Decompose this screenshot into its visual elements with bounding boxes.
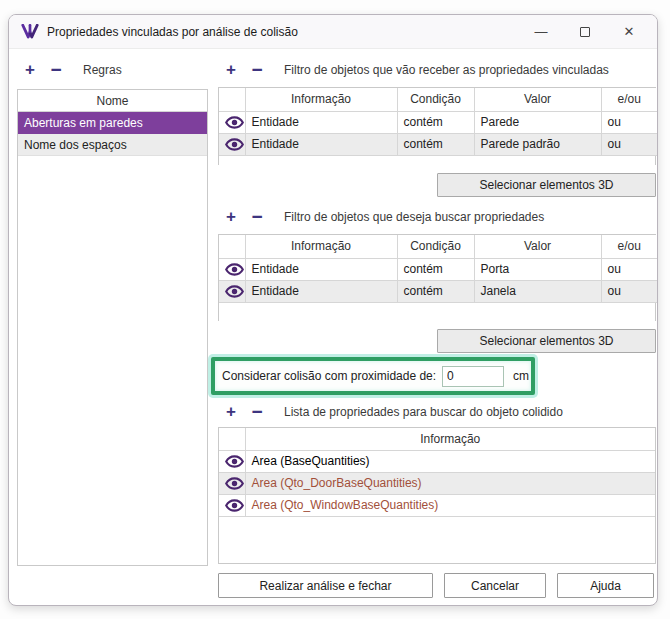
table-header-row: Informação Condição Valor e/ou: [219, 88, 657, 111]
add-target-filter-button[interactable]: +: [218, 60, 244, 80]
eye-column-header: [219, 428, 245, 450]
close-button[interactable]: ✕: [607, 17, 651, 47]
help-button[interactable]: Ajuda: [557, 573, 654, 598]
eye-column-header: [219, 235, 245, 258]
proximity-unit-label: cm: [513, 369, 529, 383]
maximize-button[interactable]: [563, 17, 607, 47]
rule-row-espacos[interactable]: Nome dos espaços: [18, 134, 207, 156]
cell-valor[interactable]: Janela: [474, 280, 601, 302]
table-empty-area: [219, 156, 655, 167]
add-source-filter-button[interactable]: +: [218, 207, 244, 227]
cell-condicao[interactable]: contém: [397, 280, 474, 302]
table-row[interactable]: Entidade contém Parede ou: [219, 111, 657, 133]
visibility-toggle[interactable]: [219, 111, 245, 133]
column-header: Valor: [474, 235, 601, 258]
table-row[interactable]: Entidade contém Parede padrão ou: [219, 133, 657, 155]
cell-valor[interactable]: Parede padrão: [474, 133, 601, 155]
cell-informacao[interactable]: Entidade: [245, 258, 397, 280]
app-logo-icon: [21, 24, 39, 40]
desktop-background: Propriedades vinculadas por análise de c…: [0, 0, 670, 619]
property-cell-warning[interactable]: Area (Qto_WindowBaseQuantities): [245, 494, 655, 516]
table-empty-area: [219, 303, 655, 322]
property-cell-warning[interactable]: Area (Qto_DoorBaseQuantities): [245, 472, 655, 494]
target-filter-title: Filtro de objetos que vão receber as pro…: [284, 63, 609, 77]
source-filter-controls: + − Filtro de objetos que deseja buscar …: [218, 206, 656, 228]
column-header: e/ou: [601, 88, 657, 111]
eye-icon: [225, 477, 244, 490]
rule-details-panel: + − Filtro de objetos que vão receber as…: [218, 59, 656, 598]
cell-eou[interactable]: ou: [601, 133, 657, 155]
collision-analysis-dialog: Propriedades vinculadas por análise de c…: [8, 14, 658, 606]
target-filter-controls: + − Filtro de objetos que vão receber as…: [218, 59, 656, 81]
properties-list-controls: + − Lista de propriedades para buscar do…: [218, 401, 656, 423]
rules-title: Regras: [83, 63, 122, 77]
column-header: Valor: [474, 88, 601, 111]
eye-icon: [225, 263, 244, 276]
select-3d-elements-button-source[interactable]: Selecionar elementos 3D: [437, 329, 656, 353]
column-header: Condição: [397, 235, 474, 258]
dialog-body: + − Regras Nome Aberturas em paredes Nom…: [9, 49, 657, 598]
table-row[interactable]: Entidade contém Janela ou: [219, 280, 657, 302]
eye-icon: [225, 455, 244, 468]
eye-icon: [225, 138, 244, 151]
cell-eou[interactable]: ou: [601, 111, 657, 133]
cell-valor[interactable]: Parede: [474, 111, 601, 133]
column-header: Informação: [245, 428, 655, 450]
table-header-row: Informação Condição Valor e/ou: [219, 235, 657, 258]
visibility-toggle[interactable]: [219, 133, 245, 155]
properties-list-title: Lista de propriedades para buscar do obj…: [284, 405, 563, 419]
visibility-toggle[interactable]: [219, 450, 245, 472]
cell-condicao[interactable]: contém: [397, 258, 474, 280]
table-row[interactable]: Area (Qto_DoorBaseQuantities): [219, 472, 655, 494]
cell-informacao[interactable]: Entidade: [245, 111, 397, 133]
eye-icon: [225, 499, 244, 512]
eye-column-header: [219, 88, 245, 111]
rule-row-aberturas[interactable]: Aberturas em paredes: [18, 112, 207, 134]
table-header-row: Informação: [219, 428, 655, 450]
column-header: Condição: [397, 88, 474, 111]
eye-icon: [225, 285, 244, 298]
cell-valor[interactable]: Porta: [474, 258, 601, 280]
caption-buttons: — ✕: [519, 17, 651, 47]
cell-eou[interactable]: ou: [601, 258, 657, 280]
eye-icon: [225, 116, 244, 129]
remove-source-filter-button[interactable]: −: [244, 207, 270, 227]
proximity-annotation-box: Considerar colisão com proximidade de: c…: [211, 357, 535, 395]
add-property-button[interactable]: +: [218, 402, 244, 422]
cell-eou[interactable]: ou: [601, 280, 657, 302]
table-row[interactable]: Entidade contém Porta ou: [219, 258, 657, 280]
minimize-button[interactable]: —: [519, 17, 563, 47]
cell-informacao[interactable]: Entidade: [245, 280, 397, 302]
column-header: Informação: [245, 235, 397, 258]
visibility-toggle[interactable]: [219, 494, 245, 516]
window-title: Propriedades vinculadas por análise de c…: [47, 25, 519, 39]
rules-list: Nome Aberturas em paredes Nome dos espaç…: [17, 89, 208, 566]
table-row[interactable]: Area (Qto_WindowBaseQuantities): [219, 494, 655, 516]
properties-table: Informação Area (BaseQuantities): [218, 427, 656, 564]
rules-panel: + − Regras Nome Aberturas em paredes Nom…: [17, 59, 208, 598]
remove-property-button[interactable]: −: [244, 402, 270, 422]
cell-condicao[interactable]: contém: [397, 133, 474, 155]
table-row[interactable]: Area (BaseQuantities): [219, 450, 655, 472]
cancel-button[interactable]: Cancelar: [444, 573, 546, 598]
add-rule-button[interactable]: +: [17, 60, 43, 80]
remove-target-filter-button[interactable]: −: [244, 60, 270, 80]
visibility-toggle[interactable]: [219, 258, 245, 280]
remove-rule-button[interactable]: −: [43, 60, 69, 80]
apply-and-close-button[interactable]: Realizar análise e fechar: [218, 573, 433, 598]
property-cell[interactable]: Area (BaseQuantities): [245, 450, 655, 472]
cell-condicao[interactable]: contém: [397, 111, 474, 133]
rules-controls: + − Regras: [17, 59, 208, 81]
target-filter-table: Informação Condição Valor e/ou Entidade …: [218, 87, 656, 165]
visibility-toggle[interactable]: [219, 472, 245, 494]
footer-buttons: Realizar análise e fechar Cancelar Ajuda: [218, 573, 656, 598]
visibility-toggle[interactable]: [219, 280, 245, 302]
select-3d-elements-button-target[interactable]: Selecionar elementos 3D: [437, 173, 656, 197]
column-header: Informação: [245, 88, 397, 111]
proximity-label: Considerar colisão com proximidade de:: [222, 369, 436, 383]
rules-column-header: Nome: [18, 90, 207, 112]
cell-informacao[interactable]: Entidade: [245, 133, 397, 155]
proximity-input[interactable]: [442, 366, 504, 387]
titlebar[interactable]: Propriedades vinculadas por análise de c…: [9, 15, 657, 49]
source-filter-title: Filtro de objetos que deseja buscar prop…: [284, 210, 544, 224]
